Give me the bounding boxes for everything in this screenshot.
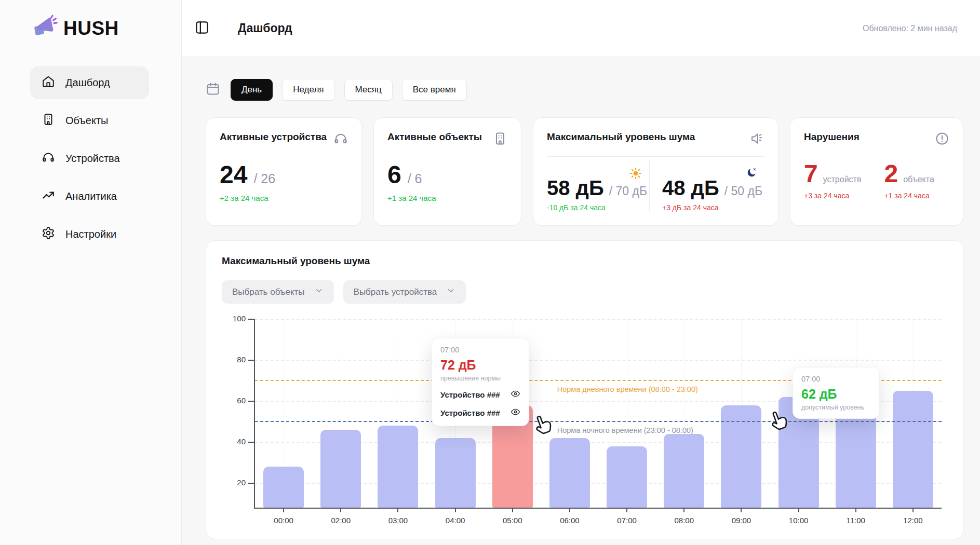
tooltip-device-row: Устройство ### (440, 389, 520, 400)
x-axis-tick (340, 508, 341, 512)
sidebar-item-settings[interactable]: Настройки (30, 218, 149, 251)
x-axis-tick (283, 508, 284, 512)
bar[interactable] (893, 391, 933, 508)
filter-button-day[interactable]: День (231, 79, 273, 101)
x-axis-tick (683, 508, 684, 512)
filter-row: День Неделя Месяц Все время (206, 79, 964, 101)
y-axis-label: 100 (223, 314, 246, 323)
noise-night-delta: +3 дБ за 24 часа (662, 203, 764, 212)
select-devices-dropdown[interactable]: Выбрать устройства (343, 280, 466, 304)
sidebar-item-analytics[interactable]: Аналитика (30, 180, 149, 213)
noise-day-value: 58 дБ (547, 178, 604, 198)
card-max-noise: Максимальный уровень шума 58 дБ (533, 117, 778, 226)
sidebar-item-label: Дашборд (65, 77, 110, 89)
megaphone-logo-icon (30, 13, 58, 44)
y-axis-label: 60 (223, 396, 246, 405)
select-devices-label: Выбрать устройства (354, 287, 437, 297)
eye-icon[interactable] (511, 407, 520, 418)
bar[interactable] (435, 438, 476, 508)
filter-button-month[interactable]: Месяц (344, 79, 393, 101)
violations-devices: 7 устройств +3 за 24 часа (804, 161, 861, 200)
violations-objects-delta: +1 за 24 часа (884, 192, 934, 200)
sidebar-item-dashboard[interactable]: Дашборд (30, 66, 149, 99)
noise-night-limit: / 50 дБ (724, 184, 762, 198)
updated-text: Обновлено: 2 мин назад (863, 24, 957, 33)
x-axis-label: 10:00 (789, 516, 809, 525)
card-title: Активные объекты (387, 131, 482, 143)
sidebar: HUSH Дашборд Объекты Устройства (0, 0, 182, 545)
hand-cursor-icon (531, 412, 556, 439)
bar[interactable] (721, 405, 761, 508)
page-title: Дашборд (238, 21, 292, 35)
bar[interactable] (607, 446, 647, 508)
stat-value: 6 (387, 162, 401, 187)
tooltip-time: 07:00 (440, 346, 520, 354)
x-axis-tick (912, 508, 914, 512)
filter-button-alltime[interactable]: Все время (402, 79, 467, 101)
x-axis-label: 06:00 (560, 516, 580, 525)
x-axis-label: 07:00 (617, 516, 637, 525)
sidebar-item-label: Объекты (65, 115, 108, 127)
building-icon (42, 113, 55, 129)
app-root: HUSH Дашборд Объекты Устройства (0, 0, 980, 545)
norm-label: Норма дневного времени (08:00 - 23:00) (557, 385, 698, 393)
bar[interactable] (378, 426, 418, 508)
y-axis-label: 80 (223, 355, 246, 364)
calendar-icon[interactable] (206, 81, 220, 98)
sidebar-item-label: Аналитика (65, 190, 117, 202)
norm-dashed-line (255, 421, 942, 422)
stat-total: / 6 (408, 171, 422, 186)
eye-icon[interactable] (511, 389, 520, 400)
y-axis-tick (248, 319, 254, 320)
stat-total: / 26 (253, 171, 275, 186)
sidebar-item-label: Устройства (65, 153, 120, 165)
card-title: Максимальный уровень шума (547, 131, 695, 143)
x-axis-label: 12:00 (903, 516, 923, 525)
gridline (255, 360, 942, 361)
tooltip-note: допустимый уровень (801, 404, 871, 411)
y-axis-label: 20 (223, 478, 246, 487)
bar[interactable] (549, 438, 590, 508)
x-axis-label: 11:00 (847, 516, 865, 525)
moon-icon (746, 167, 757, 181)
x-axis-label: 00:00 (274, 516, 293, 525)
stat-delta: +1 за 24 часа (387, 194, 507, 202)
select-objects-dropdown[interactable]: Выбрать объекты (222, 280, 334, 304)
chart-title: Максимальный уровень шума (222, 255, 948, 267)
noise-chart-card: Максимальный уровень шума Выбрать объект… (206, 240, 964, 539)
sidebar-item-devices[interactable]: Устройства (30, 142, 149, 175)
card-violations: Нарушения 7 устройств +3 за 24 часа (790, 117, 963, 226)
tooltip-device-row: Устройство ### (440, 407, 520, 418)
header: Дашборд Обновлено: 2 мин назад (182, 0, 980, 57)
tooltip-time: 07:00 (801, 375, 871, 383)
panel-toggle-button[interactable] (194, 20, 210, 37)
alert-circle-icon (935, 131, 949, 148)
tooltip-value: 72 дБ (440, 359, 520, 372)
bar[interactable] (664, 434, 704, 508)
bar[interactable] (836, 414, 876, 508)
x-axis-tick (626, 508, 627, 512)
y-axis-tick (248, 442, 254, 443)
divider (547, 156, 764, 157)
violations-objects: 2 объекта +1 за 24 часа (884, 161, 934, 200)
sun-icon (629, 167, 642, 182)
y-axis-tick (248, 401, 254, 402)
stats-row: Активные устройства 24 / 26 +2 за 24 час… (206, 117, 964, 226)
x-axis-label: 03:00 (388, 516, 408, 525)
sidebar-nav: Дашборд Объекты Устройства Аналитика (30, 66, 149, 251)
filter-buttons: День Неделя Месяц Все время (231, 79, 467, 101)
card-title: Нарушения (804, 131, 860, 143)
noise-day-section: 58 дБ / 70 дБ -10 дБ за 24 часа (547, 160, 649, 212)
logo: HUSH (30, 13, 181, 44)
headphones-icon (333, 131, 348, 148)
bar[interactable] (263, 467, 304, 508)
sidebar-item-objects[interactable]: Объекты (30, 104, 149, 137)
violations-devices-value: 7 (804, 161, 818, 186)
violations-devices-delta: +3 за 24 часа (804, 192, 861, 200)
gridline (255, 319, 942, 320)
tooltip-allowed: 07:00 62 дБ допустимый уровень (793, 367, 880, 419)
volume-icon (750, 131, 764, 148)
stat-value: 24 (220, 162, 247, 187)
filter-button-week[interactable]: Неделя (282, 79, 334, 101)
bar[interactable] (320, 430, 361, 508)
